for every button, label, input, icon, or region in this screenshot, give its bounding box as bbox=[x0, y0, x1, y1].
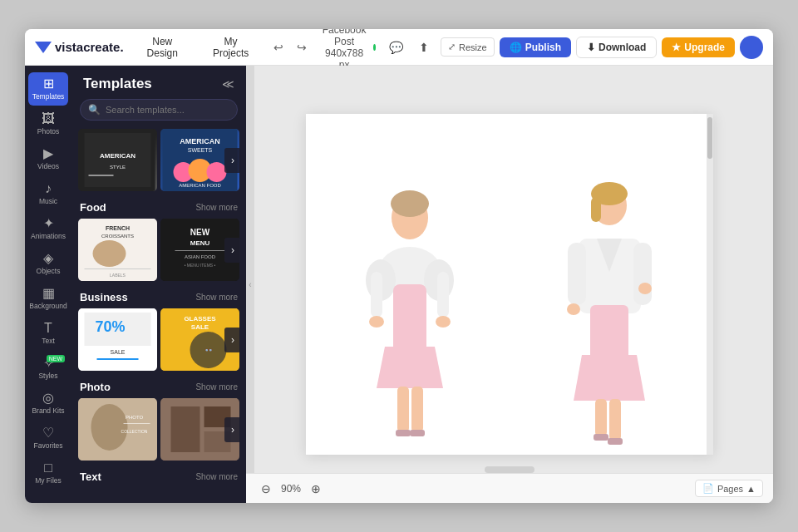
sidebar-item-objects[interactable]: ◈ Objects bbox=[28, 247, 68, 280]
sidebar-item-photos[interactable]: 🖼 Photos bbox=[28, 107, 68, 140]
template-thumb-biz1[interactable]: 70% SALE bbox=[78, 308, 157, 371]
templates-scroll[interactable]: AMERICAN STYLE AMERICAN SWEETS bbox=[71, 129, 246, 503]
sidebar-item-text[interactable]: T Text bbox=[28, 317, 68, 350]
download-button[interactable]: ⬇ Download bbox=[576, 37, 657, 58]
sidebar-label-background: Background bbox=[29, 302, 66, 310]
redo-button[interactable]: ↪ bbox=[292, 37, 312, 57]
sidebar-label-photos: Photos bbox=[37, 127, 59, 135]
sidebar-item-templates[interactable]: ⊞ Templates bbox=[28, 72, 68, 106]
text-show-more[interactable]: Show more bbox=[195, 472, 238, 481]
sidebar-item-background[interactable]: ▦ Background bbox=[28, 282, 68, 315]
sidebar-item-animations[interactable]: ✦ Animations bbox=[28, 212, 68, 245]
template-thumb-photo1[interactable]: PHOTO COLLECTION bbox=[78, 398, 157, 461]
sidebar-item-styles[interactable]: ✧ Styles NEW bbox=[28, 352, 68, 385]
zoom-level: 90% bbox=[281, 483, 301, 495]
zoom-controls: ⊖ 90% ⊕ bbox=[256, 479, 326, 499]
model-right bbox=[555, 180, 663, 455]
svg-text:70%: 70% bbox=[96, 318, 126, 335]
svg-rect-17 bbox=[85, 268, 151, 269]
business-section-title: Business bbox=[80, 291, 128, 303]
zoom-in-button[interactable]: ⊕ bbox=[306, 479, 326, 499]
template-thumb-bw[interactable]: AMERICAN STYLE bbox=[78, 129, 157, 191]
sidebar-item-myfiles[interactable]: □ My Files bbox=[28, 456, 68, 490]
featured-next-arrow[interactable]: › bbox=[224, 148, 241, 173]
publish-label: Publish bbox=[525, 42, 561, 53]
panel-header: Templates ≪ bbox=[71, 66, 246, 99]
topbar: vistacreate. New Design My Projects ↩ ↪ … bbox=[25, 29, 773, 66]
featured-grid: AMERICAN STYLE AMERICAN SWEETS bbox=[78, 129, 239, 191]
svg-rect-5 bbox=[89, 175, 114, 176]
upgrade-button[interactable]: ★ Upgrade bbox=[662, 37, 735, 57]
photo-show-more[interactable]: Show more bbox=[195, 382, 238, 392]
sidebar-label-brandkits: Brand Kits bbox=[32, 406, 64, 415]
sidebar-item-videos[interactable]: ▶ Videos bbox=[28, 142, 68, 175]
new-design-button[interactable]: New Design bbox=[132, 32, 193, 62]
sidebar-item-wrapper-text: T Text bbox=[28, 317, 68, 350]
bottom-resize-handle[interactable] bbox=[485, 466, 534, 473]
sidebar-label-animations: Animations bbox=[31, 232, 66, 240]
photo-section: Photo Show more PHOTO COLLECTION bbox=[78, 381, 239, 461]
canvas-title: Facebook Post 940x788 px bbox=[320, 29, 368, 71]
canvas-area: ‹ bbox=[246, 66, 773, 503]
sidebar-item-brandkits[interactable]: ◎ Brand Kits bbox=[28, 387, 68, 420]
business-show-more[interactable]: Show more bbox=[195, 293, 238, 302]
svg-rect-57 bbox=[396, 430, 411, 436]
new-badge: NEW bbox=[47, 355, 65, 362]
featured-section: AMERICAN STYLE AMERICAN SWEETS bbox=[78, 129, 239, 191]
share-button[interactable]: ⬆ bbox=[412, 36, 436, 59]
photo1-preview: PHOTO COLLECTION bbox=[78, 398, 157, 461]
search-icon: 🔍 bbox=[88, 104, 101, 116]
photo-section-header: Photo Show more bbox=[78, 381, 239, 393]
templates-panel: Templates ≪ 🔍 AMERICAN bbox=[71, 66, 246, 503]
text-section: Text Show more bbox=[78, 470, 239, 483]
business-next-arrow[interactable]: › bbox=[224, 328, 241, 352]
pages-button[interactable]: 📄 Pages ▲ bbox=[695, 480, 763, 497]
app-window: vistacreate. New Design My Projects ↩ ↪ … bbox=[25, 29, 773, 503]
sidebar-item-favorites[interactable]: ♡ Favorites bbox=[28, 421, 68, 455]
text-section-title: Text bbox=[80, 470, 101, 483]
collapse-button[interactable]: ≪ bbox=[222, 77, 234, 91]
resize-handle-icon: ‹ bbox=[249, 280, 251, 289]
svg-point-45 bbox=[391, 190, 429, 217]
my-projects-button[interactable]: My Projects bbox=[201, 32, 260, 62]
canvas-info: Facebook Post 940x788 px bbox=[320, 29, 376, 71]
template-thumb-food1[interactable]: FRENCH CROISSANTS LABELS bbox=[78, 219, 157, 281]
panel-title: Templates bbox=[83, 76, 152, 92]
sidebar-item-music[interactable]: ♪ Music bbox=[28, 177, 68, 210]
photo-next-arrow[interactable]: › bbox=[224, 417, 241, 442]
food-next-arrow[interactable]: › bbox=[224, 238, 241, 263]
sidebar-label-styles: Styles bbox=[38, 372, 57, 380]
sidebar-label-music: Music bbox=[39, 197, 57, 205]
svg-point-53 bbox=[369, 316, 384, 328]
svg-rect-52 bbox=[437, 272, 449, 318]
undo-redo-group: ↩ ↪ bbox=[268, 37, 312, 57]
left-resize-handle[interactable]: ‹ bbox=[246, 66, 254, 503]
comment-button[interactable]: 💬 bbox=[384, 36, 407, 59]
bw-template-preview: AMERICAN STYLE bbox=[78, 129, 157, 191]
svg-rect-64 bbox=[633, 243, 652, 305]
svg-marker-67 bbox=[574, 355, 645, 401]
icon-sidebar: ⊞ Templates 🖼 Photos ▶ Videos ♪ Music ✦ … bbox=[25, 66, 71, 503]
food-show-more[interactable]: Show more bbox=[195, 203, 238, 212]
svg-rect-70 bbox=[595, 399, 607, 436]
pages-label: Pages bbox=[717, 484, 743, 494]
svg-text:CROISSANTS: CROISSANTS bbox=[101, 234, 134, 239]
user-avatar[interactable] bbox=[740, 36, 763, 59]
svg-text:ASIAN FOOD: ASIAN FOOD bbox=[185, 254, 216, 259]
svg-point-68 bbox=[567, 303, 580, 315]
resize-button[interactable]: ⤢ Resize bbox=[441, 37, 495, 57]
svg-rect-73 bbox=[608, 438, 623, 445]
undo-button[interactable]: ↩ bbox=[268, 37, 288, 57]
canvas-scrollbar[interactable] bbox=[707, 114, 713, 455]
sidebar-label-videos: Videos bbox=[37, 162, 59, 170]
publish-button[interactable]: 🌐 Publish bbox=[500, 37, 571, 57]
svg-text:LABELS: LABELS bbox=[110, 273, 126, 278]
svg-text:SWEETS: SWEETS bbox=[188, 147, 213, 153]
food-section: Food Show more FRENCH CROISSANTS LABELS bbox=[78, 201, 239, 281]
search-input[interactable] bbox=[80, 99, 238, 121]
resize-icon: ⤢ bbox=[448, 42, 456, 52]
svg-rect-29 bbox=[97, 358, 139, 360]
sidebar-label-text: Text bbox=[42, 337, 55, 345]
zoom-out-button[interactable]: ⊖ bbox=[256, 479, 276, 499]
svg-point-69 bbox=[638, 283, 652, 294]
